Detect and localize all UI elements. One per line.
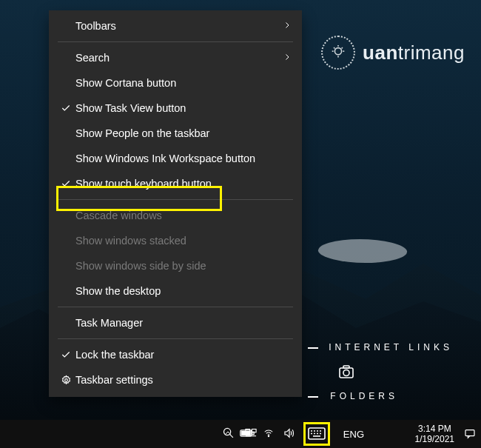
menu-label: Show windows side by side (75, 260, 292, 272)
menu-label: Show Cortana button (75, 77, 292, 89)
desktop-bullet (308, 396, 318, 398)
notification-icon (463, 428, 477, 440)
menu-toolbars[interactable]: Toolbars (49, 13, 302, 39)
menu-separator (58, 41, 293, 42)
action-center-button[interactable] (463, 420, 477, 448)
svg-point-0 (334, 48, 341, 55)
menu-label: Taskbar settings (75, 374, 292, 386)
menu-label: Toolbars (75, 20, 283, 32)
taskbar-context-menu: Toolbars Search Show Cortana button Show… (49, 10, 302, 397)
chevron-right-icon (283, 20, 292, 32)
menu-label: Show Windows Ink Workspace button (75, 153, 292, 164)
menu-show-people[interactable]: Show People on the taskbar (49, 121, 302, 146)
wallpaper-snow (315, 239, 410, 263)
taskbar-clock[interactable]: 3:14 PM 1/19/2021 (415, 420, 454, 448)
keyboard-icon (308, 427, 326, 441)
chevron-up-icon[interactable] (223, 429, 232, 440)
clock-date: 1/19/2021 (415, 434, 454, 444)
desktop-background: uantrimang Toolbars Search Show Cortana … (0, 0, 481, 448)
menu-separator (58, 307, 293, 307)
volume-icon[interactable] (283, 427, 296, 441)
svg-line-5 (334, 47, 334, 48)
lightbulb-icon (321, 36, 355, 70)
system-tray: ENG (223, 420, 364, 448)
menu-separator (58, 199, 293, 200)
svg-point-9 (343, 370, 349, 376)
menu-show-task-view[interactable]: Show Task View button (49, 96, 302, 121)
menu-label: Task Manager (75, 317, 292, 329)
menu-windows-side-by-side: Show windows side by side (49, 253, 302, 278)
svg-rect-31 (465, 430, 474, 436)
watermark-text: uantrimang (363, 41, 465, 64)
check-icon (58, 178, 74, 189)
menu-label: Cascade windows (75, 210, 292, 221)
desktop-bullet (308, 347, 318, 349)
desktop-category-label: FOLDERS (330, 391, 398, 401)
menu-show-touch-keyboard[interactable]: Show touch keyboard button (49, 171, 302, 196)
language-indicator[interactable]: ENG (343, 429, 364, 440)
menu-label: Show touch keyboard button (75, 178, 292, 190)
desktop-category-label: INTERNET LINKS (329, 342, 453, 352)
svg-rect-10 (343, 366, 349, 368)
menu-taskbar-settings[interactable]: Taskbar settings (49, 367, 302, 392)
clock-time: 3:14 PM (418, 424, 451, 434)
menu-lock-taskbar[interactable]: Lock the taskbar (49, 342, 302, 367)
svg-point-19 (268, 435, 269, 436)
menu-windows-stacked: Show windows stacked (49, 228, 302, 253)
svg-rect-17 (252, 432, 254, 434)
menu-search[interactable]: Search (49, 45, 302, 70)
menu-label: Lock the taskbar (75, 349, 292, 361)
menu-separator (58, 338, 293, 339)
check-icon (58, 350, 74, 360)
watermark: uantrimang (321, 36, 465, 70)
menu-label: Search (75, 52, 283, 64)
svg-line-6 (342, 47, 343, 48)
menu-show-desktop[interactable]: Show the desktop (49, 278, 302, 304)
check-icon (58, 103, 74, 113)
gear-icon (58, 375, 74, 386)
taskbar[interactable]: ENG 3:14 PM 1/19/2021 (0, 420, 481, 448)
menu-label: Show windows stacked (75, 235, 292, 247)
wifi-icon[interactable] (262, 428, 275, 441)
menu-label: Show Task View button (75, 102, 292, 114)
menu-show-cortana[interactable]: Show Cortana button (49, 70, 302, 96)
menu-cascade-windows: Cascade windows (49, 203, 302, 228)
svg-rect-18 (241, 431, 250, 435)
menu-task-manager[interactable]: Task Manager (49, 310, 302, 335)
svg-marker-20 (285, 429, 289, 437)
camera-icon[interactable] (337, 363, 355, 384)
chevron-right-icon (283, 52, 292, 64)
menu-label: Show the desktop (75, 285, 292, 297)
menu-label: Show People on the taskbar (75, 127, 292, 139)
menu-show-ink-workspace[interactable]: Show Windows Ink Workspace button (49, 146, 302, 171)
touch-keyboard-tray-button[interactable] (303, 422, 330, 446)
svg-point-7 (64, 378, 67, 381)
battery-icon[interactable] (240, 428, 255, 441)
